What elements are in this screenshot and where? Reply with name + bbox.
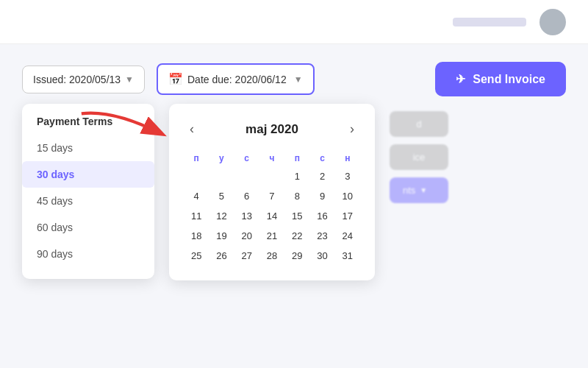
payment-term-45[interactable]: 45 days bbox=[22, 188, 154, 214]
calendar-day[interactable]: 4 bbox=[184, 186, 209, 206]
send-invoice-button[interactable]: ✈ Send Invoice bbox=[435, 62, 566, 96]
top-bar bbox=[0, 0, 588, 44]
date-due-label: Date due: 2020/06/12 bbox=[187, 74, 287, 85]
calendar-month-year: maj 2020 bbox=[245, 122, 298, 137]
calendar-day[interactable]: 27 bbox=[234, 246, 259, 266]
calendar-empty-day bbox=[259, 166, 284, 186]
calendar-dropdown: ‹ maj 2020 › пусчпсн 1234567891011121314… bbox=[169, 104, 375, 280]
calendar-day[interactable]: 29 bbox=[284, 246, 309, 266]
weekday-header: п bbox=[184, 150, 209, 166]
chevron-down-icon: ▼ bbox=[125, 74, 134, 85]
payment-terms-dropdown: Payment Terms 15 days 30 days 45 days 60… bbox=[22, 104, 154, 279]
calendar-next-button[interactable]: › bbox=[344, 118, 360, 140]
payment-term-15[interactable]: 15 days bbox=[22, 135, 154, 161]
payment-term-60[interactable]: 60 days bbox=[22, 214, 154, 241]
date-issued-label: Issued: 2020/05/13 bbox=[33, 74, 121, 85]
user-name-placeholder bbox=[453, 18, 526, 26]
date-due-field[interactable]: 📅 Date due: 2020/06/12 ▼ bbox=[157, 63, 315, 95]
calendar-day[interactable]: 1 bbox=[284, 166, 309, 186]
avatar bbox=[539, 9, 566, 35]
calendar-day[interactable]: 28 bbox=[259, 246, 284, 266]
calendar-day[interactable]: 24 bbox=[335, 226, 360, 246]
send-invoice-label: Send Invoice bbox=[473, 73, 545, 86]
calendar-day[interactable]: 26 bbox=[209, 246, 234, 266]
chevron-down-icon: ▼ bbox=[294, 74, 303, 85]
calendar-day[interactable]: 11 bbox=[184, 206, 209, 226]
calendar-day[interactable]: 6 bbox=[234, 186, 259, 206]
payment-term-90[interactable]: 90 days bbox=[22, 241, 154, 267]
calendar-grid: пусчпсн 12345678910111213141516171819202… bbox=[184, 150, 360, 266]
send-icon: ✈ bbox=[456, 72, 465, 86]
calendar-day[interactable]: 7 bbox=[259, 186, 284, 206]
right-btn-1: d bbox=[390, 111, 448, 137]
calendar-day[interactable]: 19 bbox=[209, 226, 234, 246]
calendar-week-row: 11121314151617 bbox=[184, 206, 360, 226]
calendar-prev-button[interactable]: ‹ bbox=[184, 118, 200, 140]
calendar-day[interactable]: 31 bbox=[335, 246, 360, 266]
calendar-day[interactable]: 10 bbox=[335, 186, 360, 206]
calendar-empty-day bbox=[184, 166, 209, 186]
calendar-day[interactable]: 5 bbox=[209, 186, 234, 206]
calendar-week-row: 25262728293031 bbox=[184, 246, 360, 266]
weekday-header: с bbox=[234, 150, 259, 166]
calendar-day[interactable]: 9 bbox=[309, 186, 334, 206]
calendar-week-row: 123 bbox=[184, 166, 360, 186]
weekday-header: н bbox=[335, 150, 360, 166]
calendar-day[interactable]: 23 bbox=[309, 226, 334, 246]
calendar-day[interactable]: 16 bbox=[309, 206, 334, 226]
calendar-icon: 📅 bbox=[168, 72, 183, 86]
right-btn-3: nts ▼ bbox=[390, 177, 448, 203]
calendar-day[interactable]: 8 bbox=[284, 186, 309, 206]
right-btn-2: ice bbox=[390, 144, 448, 170]
payment-term-30[interactable]: 30 days bbox=[22, 161, 154, 188]
calendar-day[interactable]: 22 bbox=[284, 226, 309, 246]
calendar-day[interactable]: 30 bbox=[309, 246, 334, 266]
calendar-day[interactable]: 15 bbox=[284, 206, 309, 226]
calendar-day[interactable]: 2 bbox=[309, 166, 334, 186]
weekday-header: п bbox=[284, 150, 309, 166]
weekday-header: с bbox=[309, 150, 334, 166]
weekday-header: у bbox=[209, 150, 234, 166]
date-issued-field[interactable]: Issued: 2020/05/13 ▼ bbox=[22, 66, 145, 93]
calendar-day[interactable]: 18 bbox=[184, 226, 209, 246]
calendar-day[interactable]: 14 bbox=[259, 206, 284, 226]
calendar-header: ‹ maj 2020 › bbox=[184, 118, 360, 140]
user-info bbox=[453, 9, 566, 35]
calendar-day[interactable]: 12 bbox=[209, 206, 234, 226]
calendar-day[interactable]: 20 bbox=[234, 226, 259, 246]
payment-terms-title: Payment Terms bbox=[22, 116, 154, 135]
calendar-week-row: 18192021222324 bbox=[184, 226, 360, 246]
calendar-day[interactable]: 25 bbox=[184, 246, 209, 266]
calendar-day[interactable]: 21 bbox=[259, 226, 284, 246]
calendar-empty-day bbox=[234, 166, 259, 186]
calendar-day[interactable]: 17 bbox=[335, 206, 360, 226]
calendar-day[interactable]: 3 bbox=[335, 166, 360, 186]
calendar-day[interactable]: 13 bbox=[234, 206, 259, 226]
calendar-week-row: 45678910 bbox=[184, 186, 360, 206]
weekday-header: ч bbox=[259, 150, 284, 166]
calendar-empty-day bbox=[209, 166, 234, 186]
